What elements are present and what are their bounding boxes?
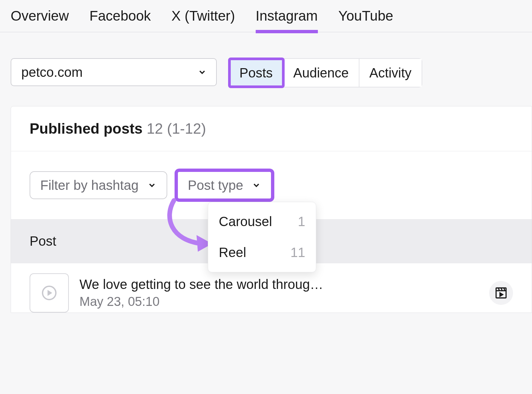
dropdown-item-carousel[interactable]: Carousel 1 (208, 206, 316, 237)
chevron-down-icon (147, 181, 157, 190)
post-type-badge (489, 281, 513, 305)
col-post: Post (30, 234, 56, 248)
subtabs: Posts Audience Activity (229, 58, 422, 87)
tab-x-twitter[interactable]: X (Twitter) (172, 8, 235, 32)
domain-value: petco.com (21, 65, 83, 80)
svg-marker-6 (500, 293, 503, 296)
play-icon (42, 286, 57, 300)
dropdown-item-reel[interactable]: Reel 11 (208, 237, 316, 268)
domain-select[interactable]: petco.com (11, 58, 217, 86)
post-date: May 23, 05:10 (79, 295, 478, 309)
tab-overview[interactable]: Overview (11, 8, 69, 32)
panel-header: Published posts 12 (1-12) (11, 106, 532, 151)
tab-facebook[interactable]: Facebook (89, 8, 151, 32)
panel-title: Published posts (30, 120, 143, 137)
post-title: We love getting to see the world throug… (79, 277, 478, 292)
chevron-down-icon (252, 181, 261, 190)
filter-posttype-label: Post type (188, 178, 243, 193)
filter-hashtag[interactable]: Filter by hashtag (30, 171, 167, 199)
dropdown-item-label: Carousel (219, 214, 272, 229)
post-text: We love getting to see the world throug…… (79, 277, 478, 309)
tab-instagram[interactable]: Instagram (256, 8, 318, 32)
subtab-activity[interactable]: Activity (359, 59, 422, 87)
post-type-dropdown: Carousel 1 Reel 11 (208, 202, 316, 272)
subtab-posts[interactable]: Posts (229, 59, 283, 87)
nav-tabs: Overview Facebook X (Twitter) Instagram … (0, 0, 532, 32)
chevron-down-icon (198, 67, 207, 77)
post-thumbnail (30, 273, 69, 313)
filter-post-type[interactable]: Post type (177, 171, 272, 199)
panel-count: 12 (1-12) (147, 120, 206, 137)
dropdown-item-label: Reel (219, 245, 246, 260)
sub-row: petco.com Posts Audience Activity (0, 32, 532, 87)
tab-youtube[interactable]: YouTube (338, 8, 393, 32)
filters-row: Filter by hashtag Post type Carousel 1 R… (11, 151, 532, 219)
dropdown-item-count: 11 (291, 245, 306, 260)
subtab-audience[interactable]: Audience (283, 59, 359, 87)
dropdown-item-count: 1 (298, 214, 305, 229)
posts-panel: Published posts 12 (1-12) Filter by hash… (11, 106, 532, 313)
clapperboard-icon (494, 286, 508, 300)
filter-hashtag-label: Filter by hashtag (40, 178, 139, 193)
